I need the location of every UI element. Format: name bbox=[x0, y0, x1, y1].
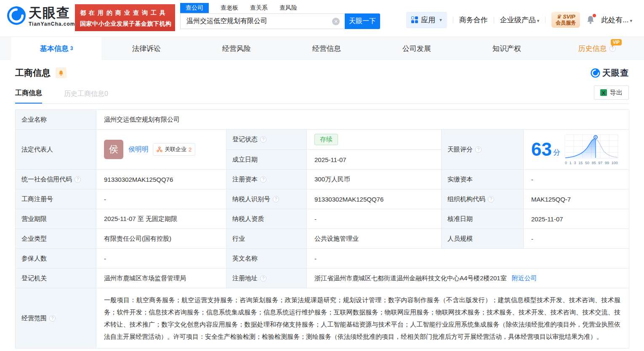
user-menu[interactable]: 此处有...▾ bbox=[601, 15, 632, 25]
score-distribution-chart: 0131550859799100 bbox=[564, 134, 618, 165]
field-value: 2025-11-07 bbox=[524, 209, 629, 229]
help-icon[interactable] bbox=[260, 176, 266, 183]
svip-membership-button[interactable]: ♛ SVIP 会员服务 bbox=[551, 12, 580, 28]
field-value: 公共设施管理业 bbox=[307, 229, 442, 249]
field-label: 企业名称 bbox=[16, 110, 96, 130]
field-value: 2025-11-07 至 无固定期限 bbox=[96, 209, 226, 229]
legal-rep-link[interactable]: 侯明明 bbox=[128, 145, 149, 154]
field-label: 天眼评分 bbox=[442, 130, 524, 170]
tab-basic-count: 3 bbox=[70, 45, 73, 51]
search-tab-boss[interactable]: 查老板 bbox=[221, 4, 238, 12]
nav-cooperation[interactable]: 商务合作 bbox=[459, 15, 488, 25]
search-tab-risk[interactable]: 查风险 bbox=[279, 4, 297, 12]
tab-history-info[interactable]: 历史信息 VIP bbox=[552, 37, 642, 60]
field-label: 人员规模 bbox=[442, 229, 524, 249]
score-unit: 分 bbox=[553, 148, 560, 157]
field-label: 行业 bbox=[226, 229, 307, 249]
status-badge: 存续 bbox=[314, 134, 338, 145]
subtab-business-info[interactable]: 工商信息 bbox=[15, 89, 42, 104]
apps-grid-icon bbox=[411, 16, 418, 23]
table-row: 法定代表人 侯 侯明明 关联企业 2 bbox=[16, 130, 629, 170]
score-value: 63 bbox=[531, 140, 552, 159]
tianyancha-logo[interactable]: 天眼查 TianYanCha.com bbox=[7, 6, 75, 27]
tianyancha-logo-icon bbox=[591, 68, 600, 78]
help-icon[interactable] bbox=[260, 136, 266, 143]
field-value: 300万人民币 bbox=[307, 170, 442, 189]
field-label: 成立日期 bbox=[226, 150, 307, 170]
tab-basic-info[interactable]: 基本信息3 bbox=[11, 37, 101, 60]
subtab-history-business-info[interactable]: 历史工商信息0 bbox=[64, 90, 108, 104]
tab-operating-risk[interactable]: 经营风险 bbox=[192, 37, 282, 60]
field-value: - bbox=[96, 249, 226, 269]
field-label: 法定代表人 bbox=[16, 130, 96, 170]
chevron-down-icon: ▾ bbox=[537, 18, 540, 23]
help-icon[interactable] bbox=[475, 146, 482, 153]
field-label: 经营范围 bbox=[16, 288, 96, 348]
slogan-banner: 都在用的商业查询工具 国家中小企业发展子基金旗下机构 bbox=[75, 4, 175, 31]
top-header: 天眼查 TianYanCha.com 都在用的商业查询工具 国家中小企业发展子基… bbox=[0, 0, 644, 37]
field-label: 核准日期 bbox=[442, 209, 524, 229]
registered-address-cell: 浙江省温州市鹿城区七都街道温州金融科技文化中心A4号楼2楼201室 附近公司 bbox=[307, 269, 629, 288]
help-icon[interactable] bbox=[260, 275, 266, 282]
bell-icon bbox=[58, 70, 64, 76]
field-label: 登记状态 bbox=[226, 130, 307, 150]
clear-icon[interactable]: ✕ bbox=[332, 18, 340, 25]
chevron-down-icon: ▾ bbox=[630, 18, 632, 23]
field-value: 91330302MAK125QQ76 bbox=[96, 170, 226, 189]
subscribe-bell-button[interactable] bbox=[56, 67, 67, 78]
field-value: - bbox=[96, 189, 226, 209]
legal-rep-cell: 侯 侯明明 关联企业 2 bbox=[96, 130, 226, 170]
nav-enterprise[interactable]: 企业级产品▾ bbox=[500, 15, 540, 25]
search-tab-company[interactable]: 查公司 bbox=[180, 3, 209, 13]
divider bbox=[494, 16, 494, 23]
field-value: 91330302MAK125QQ76 bbox=[307, 189, 442, 209]
field-label: 企业类型 bbox=[16, 229, 96, 249]
notification-bell-icon[interactable] bbox=[586, 15, 595, 25]
apps-menu[interactable]: 应用 ▾ bbox=[406, 12, 447, 28]
field-label: 组织机构代码 bbox=[442, 189, 524, 209]
search-tab-relation[interactable]: 查关系 bbox=[250, 4, 268, 12]
slogan-line1: 都在用的商业查询工具 bbox=[80, 7, 171, 18]
chart-axis-labels: 0131550859799100 bbox=[564, 160, 618, 165]
field-label: 实缴资本 bbox=[442, 170, 524, 189]
field-label: 营业期限 bbox=[16, 209, 96, 229]
section-title: 工商信息 bbox=[15, 67, 51, 79]
field-label: 参保人数 bbox=[16, 249, 96, 269]
field-value: 有限责任公司(国有控股) bbox=[96, 229, 226, 249]
field-value: - bbox=[524, 229, 629, 249]
logo-title: 天眼查 bbox=[29, 6, 75, 20]
business-info-table: 企业名称 温州交运低空规划有限公司 法定代表人 侯 侯明明 关联企业 2 bbox=[15, 109, 629, 348]
field-label: 纳税人识别号 bbox=[226, 189, 307, 209]
help-icon[interactable] bbox=[488, 196, 494, 202]
logo-domain: TianYanCha.com bbox=[29, 21, 75, 27]
export-button[interactable]: x 导出 bbox=[594, 85, 629, 100]
table-row: 统一社会信用代码 91330302MAK125QQ76 注册资本 300万人民币… bbox=[16, 170, 629, 189]
search-button[interactable]: 天眼一下 bbox=[345, 13, 380, 29]
table-row: 企业名称 温州交运低空规划有限公司 bbox=[16, 110, 629, 130]
field-value: - bbox=[307, 249, 629, 269]
related-companies-badge[interactable]: 关联企业 2 bbox=[153, 143, 195, 156]
org-chart-icon bbox=[157, 146, 162, 152]
tab-intellectual-property[interactable]: 知识产权 bbox=[462, 37, 552, 60]
search-input[interactable] bbox=[180, 13, 345, 29]
help-icon[interactable] bbox=[75, 176, 81, 183]
avatar: 侯 bbox=[104, 140, 123, 159]
tab-operating-info[interactable]: 经营信息 bbox=[282, 37, 372, 60]
nearby-companies-link[interactable]: 附近公司 bbox=[512, 274, 537, 282]
help-icon[interactable] bbox=[273, 196, 279, 202]
slogan-line2: 国家中小企业发展子基金旗下机构 bbox=[80, 18, 171, 29]
established-date: 2025-11-07 bbox=[307, 150, 442, 170]
excel-icon: x bbox=[600, 89, 607, 96]
tab-company-development[interactable]: 公司发展 bbox=[372, 37, 462, 60]
field-value: MAK125QQ-7 bbox=[524, 189, 629, 209]
subtab-row: 工商信息 历史工商信息0 x 导出 bbox=[15, 88, 629, 104]
score-cell: 63 分 bbox=[524, 130, 629, 170]
vip-badge: VIP bbox=[611, 39, 622, 45]
business-scope-text: 一般项目：航空商务服务；航空运营支持服务；咨询策划服务；政策法规课题研究；规划设… bbox=[96, 288, 629, 348]
apps-label: 应用 bbox=[421, 15, 435, 25]
tab-legal[interactable]: 法律诉讼 bbox=[101, 37, 192, 60]
divider bbox=[545, 16, 546, 23]
help-icon[interactable] bbox=[49, 315, 56, 322]
company-tab-bar: 基本信息3 法律诉讼 经营风险 经营信息 公司发展 知识产权 历史信息 VIP bbox=[0, 37, 644, 60]
tianyancha-watermark: 天眼查 bbox=[591, 67, 629, 79]
